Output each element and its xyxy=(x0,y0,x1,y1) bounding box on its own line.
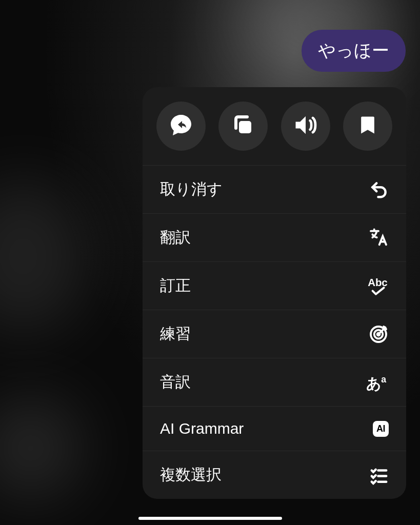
menu-item-undo[interactable]: 取り消す xyxy=(143,165,406,213)
target-icon xyxy=(368,324,389,345)
menu-label: AI Grammar xyxy=(160,420,244,437)
top-action-row xyxy=(143,87,406,165)
menu-item-practice[interactable]: 練習 xyxy=(143,310,406,358)
home-indicator[interactable] xyxy=(138,517,282,520)
translate-icon xyxy=(368,228,389,248)
menu-item-correct[interactable]: 訂正 Abc xyxy=(143,261,406,310)
copy-button[interactable] xyxy=(218,102,268,151)
svg-text:a: a xyxy=(381,374,386,385)
svg-rect-0 xyxy=(239,121,251,133)
reply-button[interactable] xyxy=(156,102,206,151)
context-menu: 取り消す 翻訳 訂正 Abc 練習 xyxy=(143,87,406,499)
speaker-icon xyxy=(292,112,319,140)
svg-text:あ: あ xyxy=(366,374,382,391)
ai-badge-icon: AI xyxy=(373,421,389,437)
chat-message-text: やっほー xyxy=(318,41,389,60)
spellcheck-icon: Abc xyxy=(366,276,389,296)
menu-label: 複数選択 xyxy=(160,465,222,486)
menu-item-multi-select[interactable]: 複数選択 xyxy=(143,451,406,499)
chat-message-bubble[interactable]: やっほー xyxy=(302,30,406,72)
menu-label: 取り消す xyxy=(160,179,223,200)
speaker-button[interactable] xyxy=(281,102,330,151)
bookmark-icon xyxy=(356,114,379,138)
reply-icon xyxy=(169,113,193,139)
menu-item-translate[interactable]: 翻訳 xyxy=(143,213,406,261)
menu-item-ai-grammar[interactable]: AI Grammar AI xyxy=(143,406,406,451)
copy-icon xyxy=(231,113,255,139)
menu-label: 翻訳 xyxy=(160,227,191,248)
menu-label: 音訳 xyxy=(160,372,191,393)
menu-item-transliterate[interactable]: 音訳 あ a xyxy=(143,358,406,406)
menu-label: 訂正 xyxy=(160,275,191,296)
checklist-icon xyxy=(369,466,389,485)
undo-icon xyxy=(369,180,389,199)
transliterate-icon: あ a xyxy=(366,372,389,393)
menu-label: 練習 xyxy=(160,324,191,345)
svg-text:Abc: Abc xyxy=(368,277,388,288)
bookmark-button[interactable] xyxy=(343,102,392,151)
